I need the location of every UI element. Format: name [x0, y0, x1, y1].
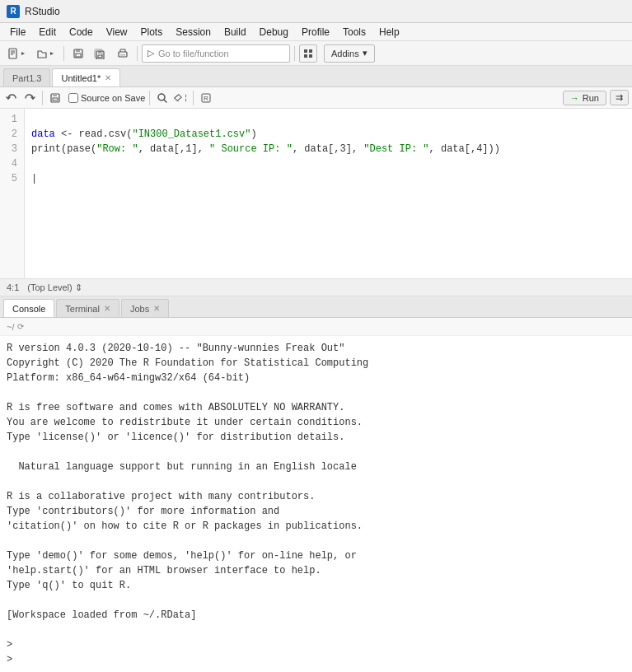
undo-button[interactable] [3, 90, 20, 106]
search-editor-button[interactable] [154, 90, 171, 106]
scope-indicator: (Top Level) ⇕ [27, 282, 82, 293]
menu-build[interactable]: Build [218, 25, 253, 40]
source-on-save-checkbox[interactable] [68, 93, 78, 103]
console-path-icon: ⟳ [17, 322, 24, 331]
editor-section: Part1.3 Untitled1* ✕ Source on Save [0, 66, 632, 296]
console-tabs: Console Terminal ✕ Jobs ✕ [0, 296, 632, 318]
app-icon: R [7, 5, 20, 18]
line-num-1: 1 [7, 112, 17, 127]
ed-sep3 [193, 91, 194, 105]
app-title: RStudio [25, 6, 60, 17]
svg-rect-12 [98, 55, 102, 58]
terminal-tab-close-icon[interactable]: ✕ [104, 304, 110, 313]
run-button[interactable]: → Run [563, 91, 606, 105]
line-numbers: 1 2 3 4 5 [0, 109, 25, 278]
rerun-button[interactable]: ⇉ [610, 90, 629, 105]
tab-jobs[interactable]: Jobs ✕ [121, 299, 169, 317]
svg-marker-5 [50, 52, 54, 55]
menu-code[interactable]: Code [63, 25, 100, 40]
svg-rect-16 [309, 49, 312, 53]
svg-rect-0 [9, 49, 16, 58]
tab-terminal[interactable]: Terminal ✕ [56, 299, 119, 317]
print-button[interactable] [113, 44, 133, 63]
rerun-icon: ⇉ [616, 92, 623, 103]
ed-sep2 [149, 91, 150, 105]
menu-debug[interactable]: Debug [253, 25, 295, 40]
open-file-button[interactable] [32, 44, 59, 63]
svg-line-23 [164, 100, 166, 102]
compile-button[interactable]: R [198, 90, 214, 106]
source-on-save-control[interactable]: Source on Save [68, 93, 145, 103]
menu-file[interactable]: File [3, 25, 32, 40]
tab-console[interactable]: Console [3, 299, 54, 317]
menu-bar: File Edit Code View Plots Session Build … [0, 23, 632, 41]
editor-tabs: Part1.3 Untitled1* ✕ [0, 66, 632, 87]
svg-rect-20 [53, 94, 57, 96]
console-area: Console Terminal ✕ Jobs ✕ ~/ ⟳ R version… [0, 296, 632, 672]
addins-dropdown-icon: ▾ [363, 48, 367, 58]
code-line-2: print(pase("Row: ", data[,1], " Source I… [31, 143, 500, 155]
cursor-position: 4:1 [7, 282, 19, 292]
goto-input[interactable]: ▷ Go to file/function [142, 44, 290, 63]
toolbar-sep3 [294, 46, 295, 61]
console-toolbar: ~/ ⟳ [0, 318, 632, 336]
main-toolbar: ▷ Go to file/function Addins ▾ [0, 41, 632, 66]
scope-dropdown-icon[interactable]: ⇕ [75, 282, 82, 292]
status-bar: 4:1 (Top Level) ⇕ [0, 278, 632, 296]
addins-button[interactable]: Addins ▾ [324, 44, 375, 63]
svg-rect-17 [304, 54, 307, 58]
svg-rect-8 [76, 54, 81, 57]
line-num-3: 3 [7, 142, 17, 156]
menu-view[interactable]: View [100, 25, 134, 40]
editor-toolbar: Source on Save R → Run ⇉ [0, 87, 632, 109]
line-num-2: 2 [7, 127, 17, 142]
grid-button[interactable] [299, 44, 317, 63]
save-all-button[interactable] [90, 44, 111, 63]
svg-rect-7 [76, 49, 80, 52]
title-bar: R RStudio [0, 0, 632, 23]
goto-placeholder: Go to file/function [158, 49, 229, 58]
svg-rect-18 [309, 54, 312, 58]
main-area: Part1.3 Untitled1* ✕ Source on Save [0, 66, 632, 672]
edit-options-button[interactable] [172, 90, 189, 106]
menu-session[interactable]: Session [169, 25, 218, 40]
redo-button[interactable] [21, 90, 38, 106]
line-num-5: 5 [7, 171, 17, 186]
code-content[interactable]: data <- read.csv("IN300_Dataset1.csv") p… [25, 109, 632, 278]
svg-text:R: R [204, 95, 208, 102]
goto-arrow-icon: ▷ [147, 48, 154, 58]
menu-profile[interactable]: Profile [295, 25, 336, 40]
toolbar-sep1 [63, 46, 64, 61]
jobs-tab-close-icon[interactable]: ✕ [153, 304, 160, 313]
code-editor[interactable]: 1 2 3 4 5 data <- read.csv("IN300_Datase… [0, 109, 632, 278]
run-arrow-icon: → [570, 93, 579, 103]
code-line-5 [31, 188, 37, 199]
menu-edit[interactable]: Edit [32, 25, 63, 40]
tab-part1[interactable]: Part1.3 [3, 68, 50, 86]
menu-help[interactable]: Help [372, 25, 406, 40]
save-editor-button[interactable] [47, 90, 63, 106]
new-file-button[interactable] [3, 44, 30, 63]
svg-rect-15 [304, 49, 307, 53]
svg-marker-4 [21, 52, 25, 55]
tab-close-icon[interactable]: ✕ [105, 73, 111, 82]
svg-rect-11 [98, 51, 101, 54]
toolbar-sep2 [137, 46, 138, 61]
code-line-3 [31, 158, 37, 170]
code-line-4: | [31, 173, 37, 184]
svg-rect-14 [120, 54, 125, 56]
console-content[interactable]: R version 4.0.3 (2020-10-10) -- "Bunny-w… [0, 336, 632, 672]
code-line-1: data <- read.csv("IN300_Dataset1.csv") [31, 128, 257, 140]
save-button[interactable] [68, 44, 88, 63]
menu-tools[interactable]: Tools [336, 25, 372, 40]
ed-sep1 [42, 91, 43, 105]
svg-rect-21 [53, 98, 58, 100]
tab-untitled1[interactable]: Untitled1* ✕ [52, 68, 120, 86]
menu-plots[interactable]: Plots [134, 25, 170, 40]
line-num-4: 4 [7, 156, 17, 171]
console-path: ~/ [7, 322, 14, 332]
